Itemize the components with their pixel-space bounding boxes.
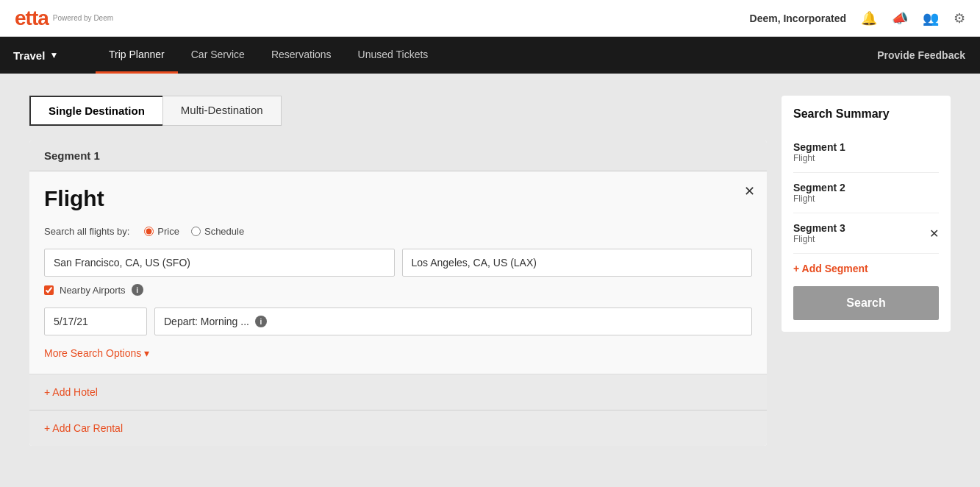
main-content: Single Destination Multi-Destination Seg… — [0, 74, 980, 468]
remove-segment-3-button[interactable]: ✕ — [929, 227, 939, 241]
nav-feedback[interactable]: Provide Feedback — [862, 37, 980, 74]
summary-segment-3-info: Segment 3 Flight — [793, 222, 845, 244]
gear-icon[interactable]: ⚙ — [954, 10, 965, 26]
people-icon[interactable]: 👥 — [923, 10, 939, 26]
tab-multi-destination[interactable]: Multi-Destination — [162, 96, 282, 126]
bell-icon[interactable]: 🔔 — [861, 10, 877, 26]
segment-card: Segment 1 ✕ Flight Search all flights by… — [29, 141, 767, 446]
depart-date-input[interactable] — [44, 308, 147, 335]
radio-group: Price Schedule — [144, 226, 244, 237]
nav-item-reservations[interactable]: Reservations — [258, 37, 345, 74]
add-hotel-button[interactable]: + Add Hotel — [44, 386, 752, 398]
company-name: Deem, Incorporated — [750, 13, 846, 24]
search-button[interactable]: Search — [793, 286, 939, 320]
nav-item-car-service[interactable]: Car Service — [178, 37, 258, 74]
radio-schedule[interactable]: Schedule — [191, 226, 244, 237]
summary-segment-2: Segment 2 Flight — [793, 173, 939, 213]
add-hotel-row: + Add Hotel — [29, 374, 767, 410]
logo-etta: etta — [15, 7, 49, 30]
airports-row — [44, 249, 752, 277]
summary-segment-1-info: Segment 1 Flight — [793, 141, 845, 163]
add-car-rental-row: + Add Car Rental — [29, 410, 767, 446]
search-summary-title: Search Summary — [793, 107, 939, 121]
summary-segment-3: Segment 3 Flight ✕ — [793, 213, 939, 254]
nav-travel-label: Travel — [13, 49, 45, 62]
nearby-airports-checkbox[interactable] — [44, 285, 54, 295]
segment-body: ✕ Flight Search all flights by: Price Sc… — [29, 171, 767, 374]
nav-item-trip-planner[interactable]: Trip Planner — [96, 37, 178, 74]
nav-travel[interactable]: Travel ▼ — [0, 37, 96, 74]
date-row: Depart: Morning ... i — [44, 308, 752, 335]
right-panel: Search Summary Segment 1 Flight Segment … — [782, 96, 951, 446]
to-airport-input[interactable] — [402, 249, 753, 277]
tabs: Single Destination Multi-Destination — [29, 96, 767, 126]
depart-time-info-icon[interactable]: i — [255, 316, 267, 327]
chevron-down-icon: ▼ — [49, 50, 58, 60]
search-by-row: Search all flights by: Price Schedule — [44, 226, 752, 237]
top-bar-right: Deem, Incorporated 🔔 📣 👥 ⚙ — [750, 10, 965, 26]
megaphone-icon[interactable]: 📣 — [892, 10, 908, 26]
add-car-rental-button[interactable]: + Add Car Rental — [44, 422, 752, 434]
depart-time-input[interactable]: Depart: Morning ... i — [154, 308, 752, 335]
nearby-airports-info-icon[interactable]: i — [132, 284, 143, 296]
summary-segment-1: Segment 1 Flight — [793, 132, 939, 173]
left-panel: Single Destination Multi-Destination Seg… — [29, 96, 767, 446]
chevron-down-icon: ▾ — [144, 347, 149, 359]
from-airport-input[interactable] — [44, 249, 395, 277]
top-bar: etta Powered by Deem Deem, Incorporated … — [0, 0, 980, 37]
nearby-airports-row: Nearby Airports i — [44, 284, 752, 296]
search-summary: Search Summary Segment 1 Flight Segment … — [782, 96, 951, 332]
tab-single-destination[interactable]: Single Destination — [29, 96, 162, 126]
add-segment-button[interactable]: + Add Segment — [793, 263, 939, 274]
flight-title: Flight — [44, 186, 752, 211]
more-search-options[interactable]: More Search Options ▾ — [44, 347, 752, 359]
nav-bar: Travel ▼ Trip Planner Car Service Reserv… — [0, 37, 980, 74]
close-button[interactable]: ✕ — [744, 183, 755, 199]
nav-items: Trip Planner Car Service Reservations Un… — [96, 37, 441, 74]
logo-area: etta Powered by Deem — [15, 7, 113, 30]
summary-segment-2-info: Segment 2 Flight — [793, 182, 845, 204]
nearby-airports-label: Nearby Airports — [60, 285, 126, 296]
nav-item-unused-tickets[interactable]: Unused Tickets — [345, 37, 442, 74]
segment-header: Segment 1 — [29, 141, 767, 171]
radio-price[interactable]: Price — [144, 226, 179, 237]
logo-tagline: Powered by Deem — [53, 14, 113, 22]
search-by-label: Search all flights by: — [44, 226, 129, 237]
